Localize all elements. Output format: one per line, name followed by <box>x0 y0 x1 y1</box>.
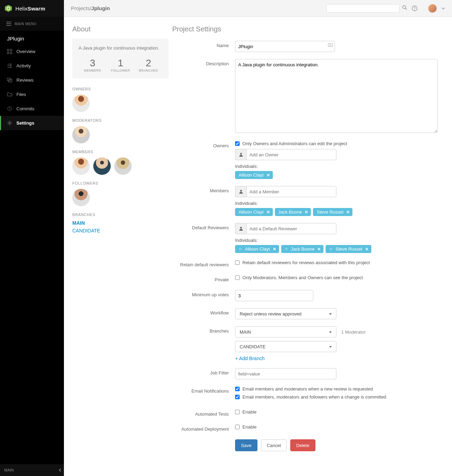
delete-button[interactable]: Delete <box>290 439 315 451</box>
sidebar-nav: Overview Activity Reviews Files Commits … <box>0 44 64 130</box>
list-icon <box>7 63 12 68</box>
autotest-checkbox[interactable] <box>235 410 240 414</box>
email-check2-text: Email members, moderators and followers … <box>242 394 386 400</box>
svg-rect-3 <box>10 49 12 51</box>
star-icon[interactable]: ☆ <box>239 247 242 251</box>
defrev-label: Default Reviewers <box>172 223 235 253</box>
member-avatar[interactable] <box>72 157 90 175</box>
nav-reviews[interactable]: Reviews <box>0 73 64 87</box>
remove-tag-icon[interactable]: ✕ <box>346 210 350 215</box>
branch-link-main[interactable]: MAIN <box>72 220 169 226</box>
search-icon[interactable] <box>402 5 407 11</box>
topbar: Projects/Jplugin ? <box>64 0 452 17</box>
defrev-tag: ☆Allison Clayt✕ <box>235 245 279 253</box>
defrev-tag: ☆Jack Boone✕ <box>281 245 324 253</box>
autodep-label: Automated Deployment <box>172 424 235 432</box>
svg-point-16 <box>240 227 242 229</box>
menu-icon <box>6 22 11 26</box>
sidebar: HelixSwarm MAIN MENU JPlugin Overview Ac… <box>0 0 64 476</box>
members-label: Members <box>172 186 235 216</box>
owners-heading: OWNERS <box>72 87 169 91</box>
remove-tag-icon[interactable]: ✕ <box>365 247 369 252</box>
member-avatar[interactable] <box>114 157 132 175</box>
nav-activity[interactable]: Activity <box>0 59 64 73</box>
add-owner-input[interactable] <box>246 149 336 160</box>
svg-rect-5 <box>10 52 12 54</box>
moderator-avatar[interactable] <box>72 126 90 143</box>
owners-only-text: Only Owners and Administrators can edit … <box>242 141 347 146</box>
user-menu-chevron[interactable] <box>442 6 445 11</box>
topbar-avatar[interactable] <box>428 4 437 13</box>
remove-tag-icon[interactable]: ✕ <box>267 173 270 178</box>
private-label: Private <box>172 275 235 283</box>
cancel-button[interactable]: Cancel <box>261 439 287 451</box>
workflow-select[interactable]: Reject unless review approved <box>235 308 336 319</box>
autotest-enable-text: Enable <box>242 409 256 415</box>
defrev-tag: ☆Steve Russel✕ <box>326 245 371 253</box>
stat-follower: 1FOLLOWER <box>107 58 134 72</box>
save-button[interactable]: Save <box>235 439 257 451</box>
add-defrev-input[interactable] <box>246 223 336 234</box>
members-individuals-label: Individuals: <box>235 201 438 206</box>
breadcrumb-root[interactable]: Projects/ <box>71 5 91 11</box>
remove-tag-icon[interactable]: ✕ <box>267 210 270 215</box>
jobfilter-label: Job Filter <box>172 368 235 379</box>
jobfilter-input[interactable] <box>235 368 336 379</box>
member-avatar[interactable] <box>93 157 111 175</box>
add-branch-link[interactable]: + Add Branch <box>235 356 264 361</box>
description-textarea[interactable] <box>235 59 438 133</box>
name-keyboard-icon[interactable] <box>328 43 333 49</box>
user-icon <box>235 186 246 197</box>
member-tag: Steve Russel✕ <box>313 208 352 216</box>
remove-tag-icon[interactable]: ✕ <box>273 247 276 252</box>
gear-icon <box>7 120 12 126</box>
retain-text: Retain default reviewers for reviews ass… <box>242 260 370 265</box>
brand[interactable]: HelixSwarm <box>0 0 64 17</box>
email-committed-checkbox[interactable] <box>235 395 240 399</box>
followers-heading: FOLLOWERS <box>72 181 169 185</box>
remove-tag-icon[interactable]: ✕ <box>305 210 308 215</box>
branch-select-candidate[interactable]: CANDIDATE <box>235 341 336 352</box>
branches-heading: BRANCHES <box>72 213 169 217</box>
autodep-checkbox[interactable] <box>235 425 240 429</box>
sidebar-collapse-button[interactable] <box>56 466 64 474</box>
breadcrumb-current: Jplugin <box>91 5 110 11</box>
svg-point-15 <box>240 190 242 192</box>
form-heading: Project Settings <box>172 25 442 33</box>
owners-individuals-label: Individuals: <box>235 164 438 169</box>
nav-files[interactable]: Files <box>0 87 64 102</box>
autodep-enable-text: Enable <box>242 424 256 430</box>
members-heading: MEMBERS <box>72 150 169 154</box>
chevron-left-icon <box>59 468 61 472</box>
owner-avatar[interactable] <box>72 95 90 112</box>
follower-avatar[interactable] <box>72 189 90 206</box>
retain-checkbox[interactable] <box>235 260 240 265</box>
star-icon[interactable]: ☆ <box>329 247 333 251</box>
branch-select-main[interactable]: MAIN <box>235 326 336 337</box>
about-description: A Java plugin for continuous integration… <box>79 45 162 51</box>
minvotes-input[interactable] <box>235 290 313 301</box>
svg-point-14 <box>240 153 242 155</box>
private-checkbox[interactable] <box>235 275 240 280</box>
email-new-review-checkbox[interactable] <box>235 387 240 391</box>
owners-only-checkbox[interactable] <box>235 141 240 146</box>
add-member-input[interactable] <box>246 186 336 197</box>
nav-commits[interactable]: Commits <box>0 102 64 116</box>
user-icon <box>235 223 246 234</box>
star-icon[interactable]: ☆ <box>285 247 288 251</box>
nav-settings[interactable]: Settings <box>0 116 64 130</box>
global-search-input[interactable] <box>326 4 400 13</box>
branches-form-label: Branches <box>172 326 235 361</box>
nav-overview[interactable]: Overview <box>0 44 64 59</box>
name-input[interactable] <box>235 41 335 52</box>
breadcrumb: Projects/Jplugin <box>71 5 110 11</box>
brand-text: HelixSwarm <box>15 6 45 12</box>
main-menu-toggle[interactable]: MAIN MENU <box>0 17 64 31</box>
svg-rect-2 <box>7 49 9 51</box>
stat-branches: 2BRANCHES <box>134 58 162 72</box>
branch-link-candidate[interactable]: CANDIDATE <box>72 228 169 233</box>
help-icon[interactable]: ? <box>411 5 418 12</box>
remove-tag-icon[interactable]: ✕ <box>317 247 321 252</box>
svg-point-10 <box>403 5 406 8</box>
moderators-heading: MODERATORS <box>72 118 169 122</box>
